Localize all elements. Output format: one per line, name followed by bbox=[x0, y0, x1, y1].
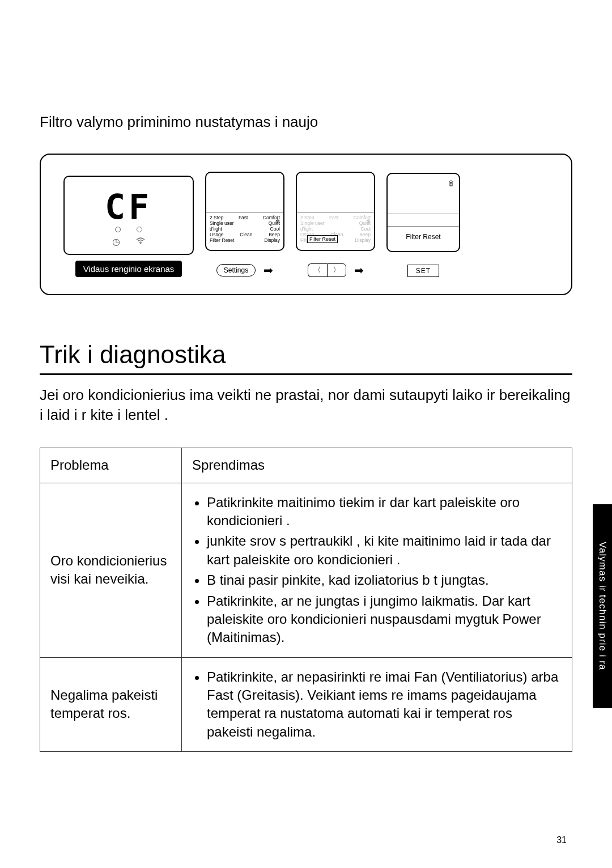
solution-item: Patikrinkite, ar nepasirinkti re imai Fa… bbox=[207, 668, 562, 742]
remote-screen-3: Filter Reset bbox=[386, 173, 460, 252]
nav-left-button[interactable]: 〈 bbox=[308, 263, 327, 277]
diagram-col-remote1: 2 StepFastComfort Single userQuiet d'lig… bbox=[205, 172, 284, 277]
diagram-col-display: CF ◷ Vidaus renginio ekranas bbox=[63, 176, 194, 277]
display-indicator-dots bbox=[65, 227, 193, 232]
opt-display: Display bbox=[264, 237, 280, 243]
display-caption: Vidaus renginio ekranas bbox=[75, 261, 182, 277]
filter-reset-diagram: CF ◷ Vidaus renginio ekranas 2 StepFastC… bbox=[40, 154, 572, 295]
troubleshooting-intro: Jei oro kondicionierius ima veikti ne pr… bbox=[40, 385, 572, 425]
wifi-icon bbox=[136, 236, 145, 247]
table-row: Negalima pakeisti temperat ros.Patikrink… bbox=[40, 657, 572, 752]
svg-rect-1 bbox=[450, 183, 452, 186]
indoor-unit-display: CF ◷ bbox=[63, 176, 194, 255]
section-subtitle: Filtro valymo priminimo nustatymas i nau… bbox=[40, 113, 572, 131]
nav-buttons: 〈 〉 bbox=[308, 263, 346, 277]
solution-cell: Patikrinkite maitinimo tiekim ir dar kar… bbox=[182, 483, 572, 657]
diagram-col-remote3: Filter Reset SET bbox=[386, 173, 460, 277]
problem-cell: Negalima pakeisti temperat ros. bbox=[40, 657, 182, 752]
solution-item: Patikrinkite, ar ne jungtas i jungimo la… bbox=[207, 592, 562, 647]
page-number: 31 bbox=[556, 835, 567, 845]
set-button[interactable]: SET bbox=[407, 265, 439, 277]
solution-item: B tinai pasir pinkite, kad izoliatorius … bbox=[207, 571, 562, 589]
troubleshooting-heading: Trik i diagnostika bbox=[40, 341, 572, 369]
remote-screen-2: 2 StepFastComfort Single userQuiet d'lig… bbox=[296, 172, 375, 251]
opt-fast: Fast bbox=[239, 215, 248, 220]
settings-button[interactable]: Settings bbox=[216, 264, 256, 276]
display-code: CF bbox=[105, 187, 152, 227]
table-header-solution: Sprendimas bbox=[182, 448, 572, 483]
signal-icon bbox=[448, 178, 454, 188]
heading-rule bbox=[40, 373, 572, 375]
opt-clean: Clean bbox=[240, 232, 252, 237]
solution-item: junkite srov s pertraukikl , ki kite mai… bbox=[207, 532, 562, 569]
snowflake-icon: ❄ bbox=[366, 218, 371, 224]
remote-screen-1: 2 StepFastComfort Single userQuiet d'lig… bbox=[205, 172, 284, 251]
timer-icon: ◷ bbox=[112, 236, 120, 247]
controls-row-3: SET bbox=[407, 265, 439, 277]
snowflake-icon: ❄ bbox=[275, 218, 280, 224]
table-header-problem: Problema bbox=[40, 448, 182, 483]
troubleshooting-table: Problema Sprendimas Oro kondicionierius … bbox=[40, 448, 572, 752]
svg-point-0 bbox=[140, 243, 141, 244]
opt-2step: 2 Step bbox=[210, 215, 224, 220]
opt-singleuser: Single user bbox=[210, 220, 234, 226]
solution-item: Patikrinkite maitinimo tiekim ir dar kar… bbox=[207, 493, 562, 530]
opt-usage: Usage bbox=[210, 232, 224, 237]
opt-dlight: d'light bbox=[210, 226, 222, 232]
diagram-col-remote2: 2 StepFastComfort Single userQuiet d'lig… bbox=[296, 172, 375, 277]
remote3-label: Filter Reset bbox=[388, 233, 459, 241]
controls-row-1: Settings ➡ bbox=[216, 263, 273, 277]
solution-cell: Patikrinkite, ar nepasirinkti re imai Fa… bbox=[182, 657, 572, 752]
nav-right-button[interactable]: 〉 bbox=[327, 263, 346, 277]
filter-reset-highlight: Filter Reset bbox=[307, 235, 338, 243]
opt-cool: Cool bbox=[270, 226, 280, 232]
table-row: Oro kondicionierius visi kai neveikia.Pa… bbox=[40, 483, 572, 657]
problem-cell: Oro kondicionierius visi kai neveikia. bbox=[40, 483, 182, 657]
arrow-icon: ➡ bbox=[264, 263, 273, 277]
section-tab: Valymas ir technin prie i ra bbox=[593, 504, 612, 708]
display-status-icons: ◷ bbox=[65, 236, 193, 247]
opt-filterreset: Filter Reset bbox=[210, 237, 234, 243]
arrow-icon: ➡ bbox=[354, 263, 364, 277]
opt-beep: Beep bbox=[269, 232, 280, 237]
controls-row-2: 〈 〉 ➡ bbox=[308, 263, 364, 277]
